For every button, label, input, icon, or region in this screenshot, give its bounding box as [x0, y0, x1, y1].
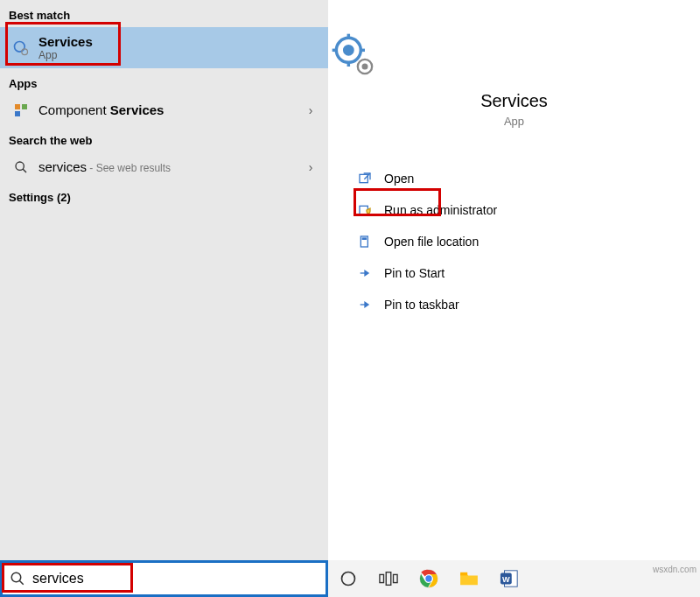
taskbar-explorer-icon[interactable] [449, 560, 489, 597]
web-result-item[interactable]: services - See web results › [0, 152, 328, 182]
svg-point-21 [342, 572, 355, 586]
taskbar-cortana-icon[interactable] [328, 560, 368, 597]
search-icon [9, 160, 33, 174]
taskbar-chrome-icon[interactable] [409, 560, 449, 597]
action-open[interactable]: Open [335, 163, 693, 194]
open-icon [353, 172, 377, 186]
section-settings[interactable]: Settings (2) [0, 182, 328, 209]
folder-icon [353, 235, 377, 249]
svg-point-5 [16, 162, 24, 170]
action-pin-start[interactable]: Pin to Start [335, 257, 693, 289]
admin-shield-icon [353, 203, 377, 217]
svg-rect-22 [380, 574, 384, 582]
pin-icon [353, 298, 377, 312]
taskbar: W [328, 560, 700, 597]
svg-point-8 [345, 46, 353, 54]
svg-line-20 [19, 580, 24, 585]
svg-point-14 [363, 65, 368, 69]
svg-rect-23 [386, 572, 391, 586]
section-search-web: Search the web [0, 125, 328, 152]
detail-title: Services [328, 91, 700, 111]
detail-sub: App [328, 115, 700, 128]
svg-point-27 [425, 575, 431, 581]
apps-item-label: Component Services [33, 102, 302, 118]
taskbar-taskview-icon[interactable] [368, 560, 409, 597]
search-results-panel: Best match Services App Apps Component S… [0, 0, 328, 560]
svg-point-19 [11, 572, 21, 582]
svg-rect-3 [22, 104, 27, 109]
best-match-item[interactable]: Services App [0, 27, 328, 68]
pin-icon [353, 266, 377, 280]
chevron-right-icon: › [302, 103, 319, 117]
svg-line-6 [23, 169, 26, 172]
chevron-right-icon: › [302, 160, 319, 174]
detail-panel: Services App Open Run as administrator O… [328, 0, 700, 560]
section-apps: Apps [0, 68, 328, 95]
detail-app-icon [328, 0, 700, 79]
search-bar[interactable] [0, 560, 328, 597]
services-icon [9, 39, 33, 57]
best-match-text: Services App [33, 34, 319, 61]
action-open-location[interactable]: Open file location [335, 226, 693, 257]
svg-rect-2 [15, 104, 20, 109]
search-input[interactable] [25, 570, 288, 587]
component-services-icon [9, 103, 33, 117]
svg-point-1 [22, 48, 28, 54]
svg-rect-18 [362, 238, 366, 239]
svg-rect-28 [460, 572, 467, 576]
svg-text:W: W [502, 575, 510, 584]
apps-item-component-services[interactable]: Component Services › [0, 95, 328, 125]
svg-rect-15 [360, 174, 368, 182]
svg-rect-4 [15, 111, 20, 116]
section-best-match: Best match [0, 0, 328, 27]
web-result-label: services - See web results [33, 159, 302, 175]
search-icon [10, 571, 25, 586]
taskbar-word-icon[interactable]: W [489, 560, 529, 597]
svg-rect-24 [394, 574, 398, 582]
svg-point-0 [15, 41, 25, 52]
watermark: wsxdn.com [653, 565, 696, 574]
action-pin-taskbar[interactable]: Pin to taskbar [335, 289, 693, 320]
action-run-admin[interactable]: Run as administrator [335, 194, 693, 226]
